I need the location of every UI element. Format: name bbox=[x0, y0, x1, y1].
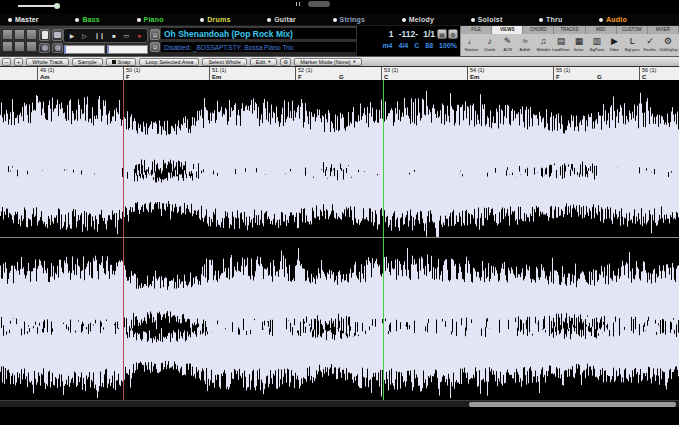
bar-keypad[interactable] bbox=[2, 29, 37, 53]
ribbon-tab[interactable]: FILE bbox=[461, 26, 492, 34]
track-tab-label: Thru bbox=[546, 16, 562, 23]
transport-button[interactable]: ● bbox=[137, 32, 141, 39]
track-tab[interactable]: Thru bbox=[539, 16, 562, 23]
chevron-down-icon: ▼ bbox=[352, 59, 356, 65]
track-tab[interactable]: Drums bbox=[200, 16, 230, 23]
whole-track-button[interactable]: Whole Track bbox=[26, 58, 69, 66]
track-tab[interactable]: Strings bbox=[333, 16, 366, 23]
ribbon-icon-label: BigPiano bbox=[589, 47, 603, 52]
status-token[interactable]: 4/4 bbox=[399, 42, 409, 49]
track-radio-icon bbox=[75, 18, 79, 22]
snap-toggle[interactable]: Snap bbox=[106, 58, 137, 66]
transport-button[interactable]: ▶ bbox=[70, 33, 75, 39]
track-tab[interactable]: Master bbox=[8, 16, 39, 23]
transport-button[interactable]: ■ bbox=[112, 33, 116, 39]
loop-range-field[interactable] bbox=[64, 45, 105, 54]
video-timestamp-pill bbox=[308, 1, 330, 7]
waveform-canvas[interactable] bbox=[0, 80, 679, 400]
new-song-button[interactable] bbox=[39, 29, 50, 41]
style-info: Disabled: _BOSSAPT.STY: Bossa Piano Trio bbox=[164, 44, 293, 51]
ribbon-icon-label: ChdDisplay bbox=[659, 47, 677, 52]
video-progress-line[interactable] bbox=[18, 5, 56, 7]
ruler-bar[interactable]: 54 (1) Em bbox=[467, 67, 553, 80]
song-title: Oh Shenandoah (Pop Rock Mix) bbox=[164, 29, 293, 39]
page-icon bbox=[42, 31, 48, 39]
select-whole-button[interactable]: Select Whole bbox=[202, 58, 246, 66]
transport-button[interactable]: ▭ bbox=[124, 33, 130, 39]
track-tab[interactable]: Bass bbox=[75, 16, 100, 23]
style-menu-button[interactable]: ▤ bbox=[150, 42, 160, 52]
ribbon-icon-button[interactable]: ⚙ ChdDisplay bbox=[659, 35, 677, 55]
ribbon-icon: ⚙ bbox=[664, 35, 672, 47]
checkbox-icon bbox=[112, 60, 116, 64]
ribbon-tab[interactable]: MIXER bbox=[648, 26, 679, 34]
ribbon-tab[interactable]: CUSTOM bbox=[617, 26, 648, 34]
ruler-bar[interactable]: 55 (1) F G bbox=[553, 67, 639, 80]
track-radio-icon bbox=[539, 18, 543, 22]
save-as-button[interactable] bbox=[52, 43, 63, 53]
zoom-out-button[interactable]: – bbox=[2, 58, 11, 66]
video-tick bbox=[296, 2, 297, 6]
edit-menu-button[interactable]: Edit▼ bbox=[250, 58, 277, 66]
style-bar[interactable]: Disabled: _BOSSAPT.STY: Bossa Piano Trio bbox=[161, 42, 356, 52]
transport-button[interactable]: ❙❙ bbox=[94, 33, 104, 39]
track-tab[interactable]: Melody bbox=[402, 16, 434, 23]
save-button[interactable] bbox=[39, 43, 50, 53]
track-radio-icon bbox=[8, 18, 12, 22]
transport-button[interactable]: ▷ bbox=[82, 33, 87, 39]
track-radio-icon bbox=[599, 18, 603, 22]
song-title-bar[interactable]: Oh Shenandoah (Pop Rock Mix) bbox=[161, 28, 356, 39]
gear-button[interactable]: ⚙ bbox=[280, 58, 291, 66]
status-token[interactable]: m4 bbox=[382, 42, 392, 49]
horizontal-scrollbar[interactable] bbox=[0, 400, 679, 407]
ribbon-icon-label: Notation bbox=[465, 47, 478, 52]
status-row: m44/4C88100% bbox=[359, 42, 457, 49]
ribbon-icon-button[interactable]: ♪ Chords bbox=[481, 35, 499, 55]
ruler-bar[interactable]: 50 (1) F bbox=[123, 67, 209, 80]
bar-number: 49 (1) bbox=[40, 67, 123, 74]
marker-mode-button[interactable]: Marker Mode [None]▼ bbox=[294, 58, 362, 66]
ribbon-icon-button[interactable]: ♫ Melodist bbox=[534, 35, 552, 55]
title-menu-button[interactable]: ▤ bbox=[150, 29, 160, 40]
sample-button[interactable]: Sample bbox=[72, 58, 103, 66]
ribbon-icon-button[interactable]: ≈ AuEdit bbox=[516, 35, 534, 55]
open-song-button[interactable] bbox=[52, 29, 63, 41]
ruler-bar[interactable]: 51 (1) Em bbox=[209, 67, 295, 80]
zoom-in-button[interactable]: + bbox=[14, 58, 23, 66]
ribbon-tab[interactable]: VIEWS bbox=[492, 26, 523, 34]
ribbon-icon-label: Fourths bbox=[644, 47, 656, 52]
ribbon-icon-button[interactable]: ✎ ACW bbox=[499, 35, 517, 55]
ribbon-tab[interactable]: MIDI bbox=[586, 26, 617, 34]
loop-selected-button[interactable]: Loop Selected Area bbox=[139, 58, 199, 66]
track-tab-label: Soloist bbox=[478, 16, 503, 23]
ribbon-icon-button[interactable]: L BigLyrics bbox=[623, 35, 641, 55]
ribbon-icon-label: Video bbox=[610, 47, 619, 52]
ribbon-tab[interactable]: TRACKS bbox=[554, 26, 585, 34]
ribbon-icon-button[interactable]: ▶ Video bbox=[606, 35, 624, 55]
track-tab[interactable]: Guitar bbox=[267, 16, 296, 23]
ruler-bar[interactable]: 53 (1) C bbox=[381, 67, 467, 80]
letter-button[interactable]: ▤ bbox=[437, 29, 447, 39]
bar-range-field[interactable] bbox=[107, 45, 148, 54]
settings-button[interactable]: ⚙ bbox=[448, 29, 458, 39]
ribbon-icon-button[interactable]: ▤ LeadSheet bbox=[552, 35, 570, 55]
ribbon-tab[interactable]: CHORD bbox=[523, 26, 554, 34]
ruler-bar[interactable]: 56 (1) C bbox=[639, 67, 679, 80]
ruler-bar[interactable]: 49 (1) Am bbox=[37, 67, 123, 80]
status-token[interactable]: C bbox=[414, 42, 419, 49]
ribbon-icon-button[interactable]: ▥ BigPiano bbox=[588, 35, 606, 55]
ribbon-icon: ▥ bbox=[592, 35, 601, 47]
ribbon-icon-button[interactable]: ▦ Guitar bbox=[570, 35, 588, 55]
track-tab[interactable]: Audio bbox=[599, 16, 627, 23]
track-tab[interactable]: Soloist bbox=[471, 16, 503, 23]
ribbon-icon-button[interactable]: ♩ Notation bbox=[463, 35, 481, 55]
ribbon-icon-button[interactable]: ✓ Fourths bbox=[641, 35, 659, 55]
scrollbar-thumb[interactable] bbox=[469, 402, 676, 407]
ruler-bar[interactable]: 52 (1) F G bbox=[295, 67, 381, 80]
track-tab-label: Drums bbox=[207, 16, 230, 23]
status-token[interactable]: 88 bbox=[425, 42, 433, 49]
track-radio-icon bbox=[471, 18, 475, 22]
status-token[interactable]: 100% bbox=[439, 42, 457, 49]
video-progress-handle[interactable] bbox=[54, 3, 60, 9]
track-tab[interactable]: Piano bbox=[137, 16, 164, 23]
